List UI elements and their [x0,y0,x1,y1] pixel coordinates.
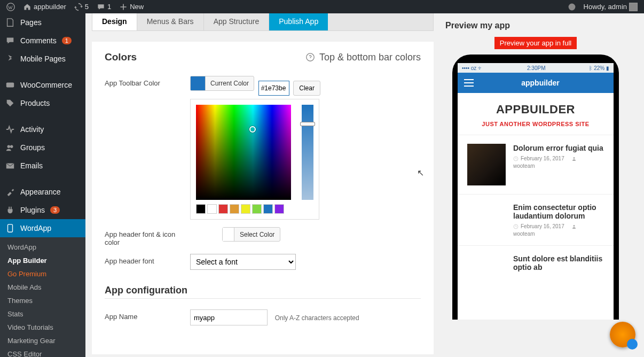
sidebar-item-groups[interactable]: Groups [0,138,85,157]
help-icon[interactable] [305,52,315,62]
svg-rect-6 [8,224,13,232]
user-icon [571,156,577,161]
colors-help-text: Top & bottom bar colors [319,52,421,63]
wifi-icon: ᯤ [476,65,483,71]
palette-swatch[interactable] [274,204,284,214]
admin-sidebar: Pages Comments1 Mobile Pages WooCommerce… [0,13,85,357]
preview-heading: Preview my app [445,21,626,30]
picker-handle[interactable] [249,126,256,133]
app-header-bar: appbuilder [458,73,614,93]
sub-go-premium[interactable]: Go Premium [0,267,85,281]
badge: 3 [50,206,60,214]
app-name-hint: Only A-Z characters accepted [275,314,359,322]
site-name: appbuilder [34,3,66,11]
sub-stats[interactable]: Stats [0,307,85,321]
sub-mobile-ads[interactable]: Mobile Ads [0,281,85,294]
sidebar-item-comments[interactable]: Comments1 [0,32,85,50]
site-home[interactable]: appbuilder [21,3,68,11]
svg-point-9 [574,157,575,159]
sidebar-item-products[interactable]: Products [0,94,85,112]
howdy-user[interactable]: Howdy, admin [582,3,640,11]
post-title: Dolorum error fugiat quia [513,144,603,152]
phone-frame: •••• oz ᯤ 2:30PM ᛒ 22% ▮ appbuilder APPB… [452,55,619,320]
hue-handle[interactable] [300,122,315,126]
bluetooth-icon: ᛒ [589,65,594,71]
sidebar-item-appearance[interactable]: Appearance [0,183,85,201]
app-name-input[interactable] [190,309,268,325]
sidebar-item-activity[interactable]: Activity [0,120,85,138]
palette-swatch[interactable] [263,204,273,214]
status-time: 2:30PM [483,65,589,71]
post-thumbnail [467,144,506,185]
fab-badge [627,339,638,350]
svg-point-1 [568,3,575,10]
header-font-label: App header font [105,254,190,270]
sidebar-item-plugins[interactable]: Plugins3 [0,201,85,219]
comments-bubble[interactable]: 1 [95,3,113,11]
palette-swatch[interactable] [196,204,206,214]
sub-app-builder[interactable]: App Builder [0,254,85,267]
post-date: February 16, 2017 [521,156,564,161]
colors-heading: Colors [105,51,137,63]
sidebar-item-emails[interactable]: Emails [0,157,85,175]
hex-input[interactable] [258,81,289,96]
post-title: Enim consectetur optio laudantium doloru… [513,203,604,220]
hero-tagline: JUST ANOTHER WORDPRESS SITE [463,121,608,127]
updates[interactable]: 5 [72,3,91,11]
list-item[interactable]: Sunt dolore est blanditiis optio ab [458,245,614,283]
color-swatch [191,76,206,90]
post-title: Sunt dolore est blanditiis optio ab [513,254,604,271]
clock-icon [513,156,519,161]
palette-row [196,204,313,214]
toolbar-color-label: App Toolbar Color [105,76,190,220]
palette-swatch[interactable] [230,204,239,214]
svg-rect-2 [6,83,14,88]
clear-button[interactable]: Clear [293,81,320,96]
saturation-value-area[interactable] [196,105,291,200]
notifications-icon[interactable] [566,3,578,11]
status-carrier: •••• oz [462,65,476,71]
sub-marketing-gear[interactable]: Marketing Gear [0,334,85,347]
tab-app-structure[interactable]: App Structure [204,13,270,30]
header-font-select[interactable]: Select a font [190,254,296,270]
wp-admin-bar: appbuilder 5 1 New Howdy, admin [0,0,644,13]
sidebar-item-woocommerce[interactable]: WooCommerce [0,76,85,94]
sub-video-tutorials[interactable]: Video Tutorials [0,321,85,334]
palette-swatch[interactable] [241,204,250,214]
sidebar-submenu: WordApp App Builder Go Premium Mobile Ad… [0,237,85,357]
design-panel: Colors Top & bottom bar colors App Toolb… [92,42,434,354]
select-color-button[interactable]: Select Color [222,227,280,242]
hue-slider[interactable] [302,105,313,200]
sub-wordapp[interactable]: WordApp [0,240,85,254]
hamburger-icon[interactable] [464,79,474,87]
status-battery: 22% [594,65,604,71]
sidebar-item-pages[interactable]: Pages [0,13,85,32]
palette-swatch[interactable] [252,204,262,214]
sub-css-editor[interactable]: CSS Editor [0,347,85,357]
post-author: wooteam [513,231,604,237]
post-author: wooteam [513,163,603,169]
svg-point-4 [10,145,13,148]
sidebar-item-mobile-pages[interactable]: Mobile Pages [0,50,85,68]
tab-menus-bars[interactable]: Menus & Bars [137,13,204,30]
cursor-icon: ↖ [417,168,424,178]
preview-full-link[interactable]: Preview your app in full [494,37,577,49]
tab-publish-app[interactable]: Publish App [269,13,328,30]
svg-point-3 [7,145,10,148]
wp-logo[interactable] [4,3,17,11]
sub-themes[interactable]: Themes [0,294,85,307]
list-item[interactable]: Dolorum error fugiat quia February 16, 2… [458,135,614,194]
color-picker [190,99,319,220]
current-color-button[interactable]: Current Color [190,76,254,91]
palette-swatch[interactable] [218,204,228,214]
list-item[interactable]: Enim consectetur optio laudantium doloru… [458,194,614,245]
hero-title: APPBUILDER [463,103,608,117]
app-config-heading: App configuration [105,285,421,296]
new-content[interactable]: New [117,3,146,11]
sidebar-item-wordapp[interactable]: WordApp [0,219,85,237]
badge: 1 [62,37,72,44]
palette-swatch[interactable] [207,204,217,214]
battery-icon: ▮ [604,65,609,71]
svg-point-11 [574,225,575,227]
tab-design[interactable]: Design [92,13,137,30]
